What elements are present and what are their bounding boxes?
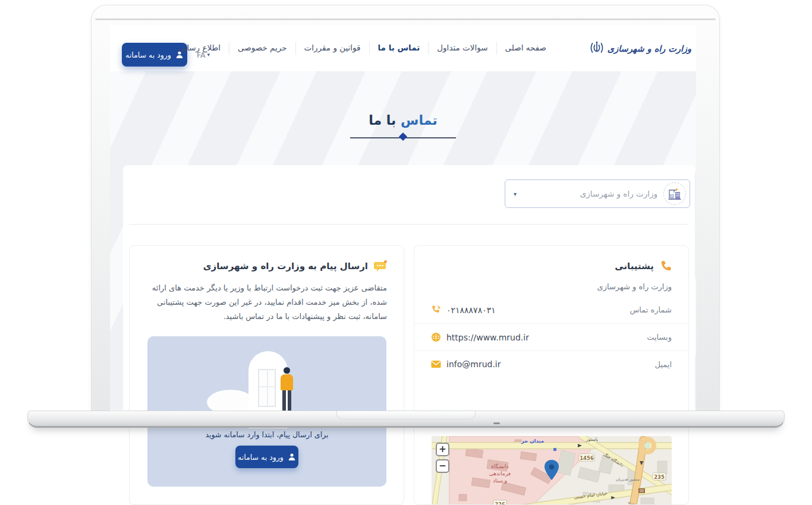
message-card-header: ارسال پیام به وزارت راه و شهرسازی (130, 246, 404, 272)
nav-item-contact[interactable]: تماس با ما (370, 42, 429, 55)
nav-item-faq[interactable]: سوالات متداول (429, 42, 496, 55)
main-navigation: صفحه اصلی سوالات متداول تماس با ما قوانی… (169, 25, 555, 71)
panel-divider (129, 224, 689, 225)
send-message-card: ارسال پیام به وزارت راه و شهرسازی متقاضی… (129, 245, 404, 505)
email-row-value[interactable]: info@mrud.ir (431, 359, 501, 369)
map-label-pasteur: پاستور (586, 437, 598, 442)
page-title: تماس با ما (110, 113, 696, 128)
phone-icon (660, 260, 672, 272)
chat-bubble-icon (374, 260, 387, 272)
chevron-down-icon: ▾ (514, 191, 517, 197)
organization-select[interactable]: وزارت راه و شهرسازی ▾ (505, 179, 690, 208)
login-hint-text: برای ارسال پیام، ابتدا وارد سامانه شوید (147, 430, 386, 439)
email-row-label: ایمیل (654, 360, 672, 369)
screenshot-canvas: تماس با ما ورود به سامانه FA ▾ صفحه اصلی… (0, 0, 812, 505)
support-row-email: ایمیل info@mrud.ir (414, 351, 688, 377)
nav-item-privacy[interactable]: حریم خصوصی (229, 42, 296, 55)
message-card-body: متقاضی عزیز جهت ثبت درخواست ارتباط با وز… (146, 281, 387, 324)
zoom-out-button[interactable]: − (436, 459, 449, 473)
phone-row-value[interactable]: ۰۲۱۸۸۸۷۸۰۳۱ (431, 305, 496, 315)
browser-page: تماس با ما ورود به سامانه FA ▾ صفحه اصلی… (110, 25, 696, 505)
support-card-header: پشتیبانی (414, 246, 688, 272)
map-label-mansour: منصور قدیریان (616, 477, 640, 482)
login-button-secondary-label: ورود به سامانه (238, 453, 284, 462)
support-rows: شماره تماس ۰۲۱۸۸۸۷۸۰۳۱ (414, 296, 688, 377)
support-card: پشتیبانی وزارت راه و شهرسازی شماره تماس (414, 245, 689, 505)
website-row-value[interactable]: https://www.mrud.ir (431, 332, 529, 342)
map-canvas: میدان حر پاستور دانشگاه فرماندهی و ستاد … (432, 436, 672, 505)
iran-emblem-icon (590, 40, 604, 56)
website-url: https://www.mrud.ir (446, 333, 529, 342)
login-button-secondary[interactable]: ورود به سامانه (235, 446, 298, 468)
laptop-bezel-line (95, 18, 716, 20)
site-header: ورود به سامانه FA ▾ صفحه اصلی سوالات متد… (110, 25, 696, 71)
zoom-in-button[interactable]: + (436, 443, 449, 456)
content-panel: وزارت راه و شهرسازی ▾ (123, 165, 695, 505)
support-row-website: وبسایت (414, 323, 688, 351)
map-label-square: میدان حر (521, 438, 544, 444)
map-label-campus-1: دانشگاه (491, 463, 508, 469)
laptop-notch (336, 411, 476, 419)
map-badge-226: 226 (495, 501, 505, 505)
map-badge-1456: 1456 (580, 455, 594, 461)
ministry-name: وزارت راه و شهرسازی (608, 43, 691, 53)
page-title-secondary: با ما (369, 113, 401, 128)
phone-number: ۰۲۱۸۸۸۷۸۰۳۱ (446, 305, 496, 315)
illustration-door (258, 369, 276, 407)
website-row-label: وبسایت (647, 333, 672, 342)
phone-row-label: شماره تماس (630, 305, 672, 314)
nav-item-home[interactable]: صفحه اصلی (497, 42, 555, 55)
email-address: info@mrud.ir (446, 359, 501, 369)
email-icon (431, 360, 441, 368)
laptop-vent (493, 422, 500, 424)
location-map[interactable]: میدان حر پاستور دانشگاه فرماندهی و ستاد … (432, 436, 672, 505)
user-icon (288, 453, 296, 461)
ministry-avatar-icon (663, 182, 686, 205)
nav-item-rules[interactable]: قوانین و مقررات (296, 42, 370, 55)
poi-library-icon (638, 488, 645, 493)
globe-icon (431, 332, 441, 342)
map-badge-235: 235 (654, 474, 665, 480)
support-organization: وزارت راه و شهرسازی (431, 282, 672, 291)
map-zoom-controls: + − (436, 443, 449, 473)
phone-call-icon (431, 305, 441, 315)
login-button-label: ورود به سامانه (125, 50, 171, 59)
support-card-title: پشتیبانی (615, 261, 654, 272)
support-row-phone: شماره تماس ۰۲۱۸۸۸۷۸۰۳۱ (414, 296, 688, 323)
message-card-title: ارسال پیام به وزارت راه و شهرسازی (203, 261, 368, 272)
nav-item-news[interactable]: اطلاع رسانی (169, 42, 229, 55)
map-label-campus-2: فرماندهی (489, 471, 511, 476)
map-label-campus-3: و ستاد (493, 478, 507, 484)
organization-select-value: وزارت راه و شهرسازی (580, 189, 657, 198)
page-title-primary: تماس (401, 113, 438, 128)
ministry-logo[interactable]: وزارت راه و شهرسازی (590, 25, 691, 71)
cards-row: ارسال پیام به وزارت راه و شهرسازی متقاضی… (129, 245, 689, 505)
